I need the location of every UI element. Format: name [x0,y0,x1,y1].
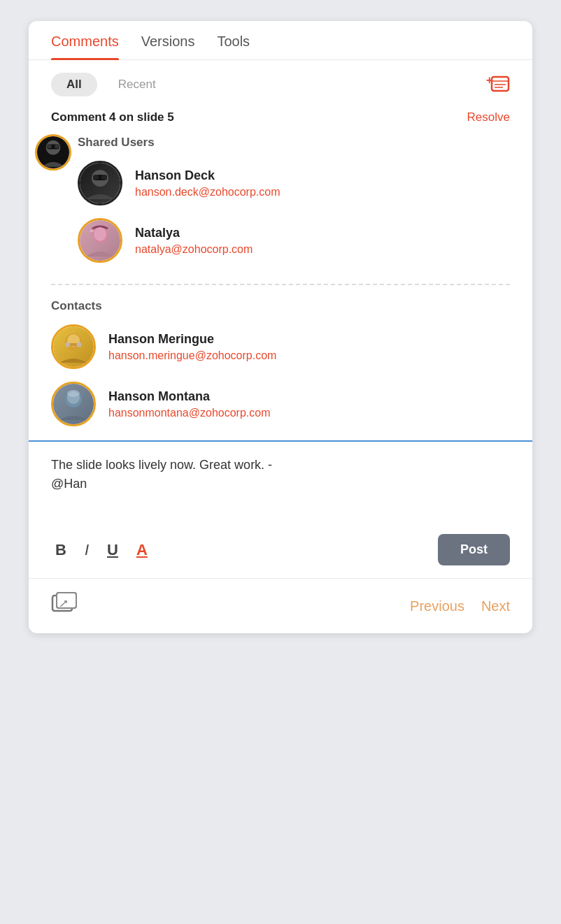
comment-title: Comment 4 on slide 5 [51,110,174,124]
svg-rect-25 [57,593,76,608]
comment-text-content: The slide looks lively now. Great work. … [51,456,510,493]
nav-buttons: Previous Next [410,598,510,614]
section-content: Shared Users [78,131,510,270]
avatar-col [29,131,78,270]
svg-point-19 [66,342,71,347]
svg-point-14 [94,227,106,241]
user-info: Hanson Meringue hanson.meringue@zohocorp… [108,332,276,362]
contacts-title: Contacts [51,299,510,313]
bottom-bar: Previous Next [29,578,532,633]
comment-body: Shared Users [29,131,532,270]
tab-comments[interactable]: Comments [51,34,119,59]
main-panel: Comments Versions Tools All Recent + Com… [29,21,532,633]
svg-rect-12 [101,175,107,180]
list-item: Natalya natalya@zohocorp.com [78,218,510,263]
text-color-button[interactable]: A [132,538,152,562]
avatar [51,324,96,369]
svg-point-23 [67,390,80,397]
post-button[interactable]: Post [438,534,510,565]
user-name: Hanson Meringue [108,332,276,347]
contacts-list: Hanson Meringue hanson.meringue@zohocorp… [51,324,510,426]
slides-icon[interactable] [51,591,79,621]
user-info: Hanson Montana hansonmontana@zohocorp.co… [108,389,271,419]
add-comment-button[interactable]: + [486,74,510,95]
user-email: hanson.meringue@zohocorp.com [108,349,276,362]
list-item: Hanson Meringue hanson.meringue@zohocorp… [51,324,510,369]
resolve-button[interactable]: Resolve [467,110,510,124]
user-email: natalya@zohocorp.com [135,243,253,256]
main-user-avatar [35,134,71,171]
list-item: Hanson Montana hansonmontana@zohocorp.co… [51,382,510,426]
user-name: Natalya [135,226,253,240]
contacts-section: Contacts [29,299,532,440]
avatar [78,161,122,205]
svg-rect-8 [55,145,59,149]
tab-versions[interactable]: Versions [141,34,195,59]
formatting-toolbar: B I U A Post [29,526,532,578]
comment-header: Comment 4 on slide 5 Resolve [29,103,532,131]
svg-rect-15 [90,230,94,232]
user-email: hanson.deck@zohocorp.com [135,186,280,198]
user-info: Hanson Deck hanson.deck@zohocorp.com [135,168,280,198]
list-item: Hanson Deck hanson.deck@zohocorp.com [78,161,510,205]
svg-rect-1 [492,77,509,91]
italic-button[interactable]: I [80,538,93,562]
user-name: Hanson Montana [108,389,271,404]
bold-button[interactable]: B [51,538,71,562]
avatar [51,382,96,426]
previous-button[interactable]: Previous [410,598,464,614]
shared-users-title: Shared Users [78,136,510,150]
svg-rect-11 [93,175,99,180]
section-divider [51,284,510,285]
user-email: hansonmontana@zohocorp.com [108,407,271,419]
filter-recent[interactable]: Recent [103,73,171,96]
tab-bar: Comments Versions Tools [29,21,532,60]
tab-tools[interactable]: Tools [217,34,250,59]
user-info: Natalya natalya@zohocorp.com [135,226,253,256]
comment-text-area[interactable]: The slide looks lively now. Great work. … [29,442,532,526]
filter-pills: All Recent [51,73,171,96]
shared-users-list: Hanson Deck hanson.deck@zohocorp.com [78,161,510,263]
user-name: Hanson Deck [135,168,280,183]
next-button[interactable]: Next [481,598,510,614]
avatar [78,218,122,263]
underline-button[interactable]: U [103,538,122,562]
filter-row: All Recent + [29,60,532,103]
filter-all[interactable]: All [51,73,97,96]
svg-point-20 [77,342,82,347]
svg-rect-7 [47,145,52,149]
format-buttons: B I U A [51,538,152,562]
